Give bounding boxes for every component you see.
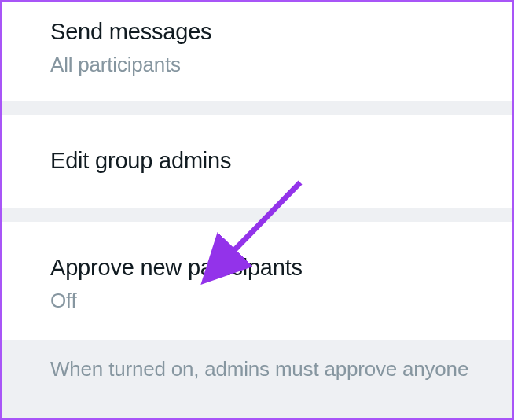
footer-text: When turned on, admins must approve anyo… xyxy=(50,357,512,381)
send-messages-setting[interactable]: Send messages All participants xyxy=(2,2,512,101)
footer-description: When turned on, admins must approve anyo… xyxy=(2,340,512,399)
edit-group-admins-setting[interactable]: Edit group admins xyxy=(2,115,512,208)
approve-new-participants-setting[interactable]: Approve new participants Off xyxy=(2,222,512,340)
section-divider xyxy=(2,208,512,222)
send-messages-value: All participants xyxy=(50,52,512,78)
approve-new-participants-value: Off xyxy=(50,288,512,314)
send-messages-title: Send messages xyxy=(50,17,512,47)
section-divider xyxy=(2,101,512,115)
edit-group-admins-title: Edit group admins xyxy=(50,146,512,176)
approve-new-participants-title: Approve new participants xyxy=(50,253,512,283)
